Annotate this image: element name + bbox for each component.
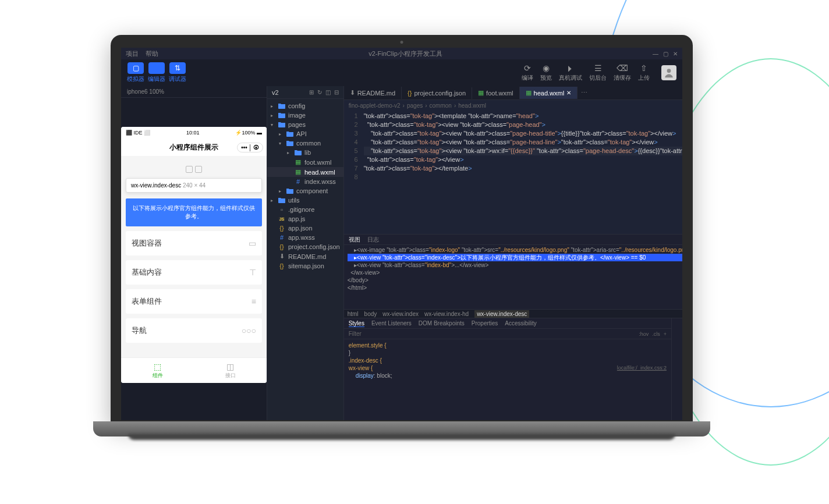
tree-node-API[interactable]: ▸ API [267, 129, 343, 139]
filter-op-2[interactable]: + [664, 331, 667, 337]
dom-crumb-0[interactable]: html [348, 311, 359, 317]
toolbar-left-btn-2[interactable]: ⇅ 调试器 [169, 62, 186, 83]
highlighted-desc[interactable]: 以下将展示小程序官方组件能力，组件样式仅供参考。 [126, 198, 262, 226]
tab-close-icon[interactable]: ✕ [566, 90, 571, 96]
toolbar-right-btn-4[interactable]: ⌫清缓存 [614, 63, 631, 82]
project-root-label[interactable]: v2 [272, 89, 279, 96]
tree-node-lib[interactable]: ▸ lib [267, 148, 343, 157]
devtools-tab-log[interactable]: 日志 [367, 236, 379, 244]
svg-point-0 [667, 69, 671, 73]
dom-line-4[interactable]: </body> [348, 276, 682, 284]
tree-node--gitignore[interactable]: ▫ .gitignore [267, 205, 343, 214]
sim-list-item-0[interactable]: 视图容器▭ [126, 231, 262, 255]
menu-project[interactable]: 项目 [126, 49, 139, 58]
editor-tab-2[interactable]: ▦ foot.wxml [472, 87, 519, 99]
dom-line-2[interactable]: ▸<wx-view "tok-attr">class="index-bd">..… [348, 261, 682, 269]
style-tab-2[interactable]: DOM Breakpoints [419, 320, 465, 326]
tree-node-README-md[interactable]: ⬇ README.md [267, 251, 343, 261]
json-icon: {} [278, 225, 286, 232]
close-icon[interactable]: ✕ [673, 51, 678, 57]
style-tab-1[interactable]: Event Listeners [371, 320, 412, 326]
ft-header-icon-1[interactable]: ↻ [317, 89, 322, 95]
sim-list-item-2[interactable]: 表单组件≡ [126, 289, 262, 314]
dom-breadcrumbs: htmlbodywx-view.indexwx-view.index-hdwx-… [344, 309, 682, 318]
tree-node-image[interactable]: ▸ image [267, 111, 343, 120]
tabbar-item-1[interactable]: ◫接口 [194, 358, 267, 383]
tree-node-index-wxss[interactable]: # index.wxss [267, 177, 343, 186]
toolbar-right-btn-1[interactable]: ◉预览 [540, 63, 552, 82]
tree-node-config[interactable]: ▸ config [267, 101, 343, 111]
ft-header-icon-3[interactable]: ⊟ [334, 89, 339, 95]
laptop-frame: 项目 帮助 v2-FinClip小程序开发工具 — ▢ ✕ ▢ 模拟器 编辑器 … [93, 35, 710, 454]
styles-filter-input[interactable]: Filter [349, 331, 362, 337]
tabbar-item-0[interactable]: ⬚组件 [121, 358, 194, 383]
dom-line-3[interactable]: </wx-view> [348, 269, 682, 276]
maximize-icon[interactable]: ▢ [663, 51, 668, 57]
styles-pane: StylesEvent ListenersDOM BreakpointsProp… [344, 318, 671, 420]
tree-node-pages[interactable]: ▾ pages [267, 120, 343, 129]
editor-column: ⬇ README.md {} project.config.json ▦ foo… [344, 86, 682, 420]
toolbar-left-btn-0[interactable]: ▢ 模拟器 [127, 62, 144, 83]
capsule-menu[interactable]: •••│⦿ [237, 143, 263, 152]
dom-crumb-1[interactable]: body [364, 311, 377, 317]
toolbar-right-btn-0[interactable]: ⟳编译 [522, 63, 533, 82]
tree-node-app-js[interactable]: JS app.js [267, 214, 343, 223]
toolbar-right-btn-3[interactable]: ☰切后台 [589, 63, 607, 82]
toolbar-left-btn-1[interactable]: 编辑器 [148, 62, 165, 83]
tabs-more-icon[interactable]: ⋯ [578, 89, 591, 97]
sim-list-item-3[interactable]: 导航○○○ [126, 318, 262, 343]
dom-line-1[interactable]: ▸<wx-view "tok-attr">class="index-desc">… [348, 254, 682, 261]
breadcrumb-3[interactable]: head.wxml [458, 102, 486, 109]
breadcrumb-1[interactable]: pages [407, 102, 423, 109]
ft-header-icon-2[interactable]: ◫ [325, 89, 331, 95]
dom-line-0[interactable]: ▸<wx-image "tok-attr">class="index-logo"… [348, 246, 682, 254]
file-icon: ▦ [526, 89, 532, 97]
editor-tab-1[interactable]: {} project.config.json [402, 87, 472, 99]
style-tab-3[interactable]: Properties [472, 320, 498, 326]
status-left: ⬛ IDE ⬜ [126, 130, 150, 136]
toolbar-right-btn-2[interactable]: ⏵真机调试 [559, 63, 582, 82]
tree-node-app-json[interactable]: {} app.json [267, 223, 343, 233]
breadcrumb-2[interactable]: common [430, 102, 452, 109]
simulator-device-label[interactable]: iphone6 100% [121, 86, 267, 98]
breadcrumb-0[interactable]: fino-applet-demo-v2 [349, 102, 401, 109]
style-tab-0[interactable]: Styles [349, 320, 364, 327]
css-rules[interactable]: element.style {}.index-desc {</span></di… [344, 339, 671, 420]
wxss-icon: # [278, 234, 286, 241]
editor-tab-3[interactable]: ▦ head.wxml✕ [520, 87, 578, 99]
tree-node-app-wxss[interactable]: # app.wxss [267, 233, 343, 242]
sim-list-item-1[interactable]: 基础内容⊤ [126, 260, 262, 285]
dom-crumb-4[interactable]: wx-view.index-desc [474, 310, 529, 318]
editor-tab-0[interactable]: ⬇ README.md [344, 87, 402, 99]
tree-node-common[interactable]: ▾ common [267, 139, 343, 148]
tree-node-project-config-json[interactable]: {} project.config.json [267, 242, 343, 251]
tree-node-component[interactable]: ▸ component [267, 186, 343, 196]
menu-help[interactable]: 帮助 [146, 49, 158, 58]
dom-crumb-3[interactable]: wx-view.index-hd [424, 311, 469, 317]
folder-icon [278, 122, 286, 127]
json-icon: {} [278, 262, 286, 269]
style-tab-4[interactable]: Accessibility [505, 320, 536, 326]
code-editor[interactable]: 12345678 "tok-attr">class="tok-tag"><tem… [344, 111, 682, 234]
dom-tree[interactable]: ▸<wx-image "tok-attr">class="index-logo"… [344, 245, 682, 309]
file-icon: {} [408, 90, 412, 97]
filter-op-0[interactable]: :hov [639, 331, 649, 337]
devtools-tab-view[interactable]: 视图 [349, 236, 360, 244]
tree-node-head-wxml[interactable]: ▦ head.wxml [267, 167, 343, 177]
minimize-icon[interactable]: — [653, 51, 658, 57]
file-icon: ⬇ [350, 89, 355, 97]
tree-node-sitemap-json[interactable]: {} sitemap.json [267, 261, 343, 271]
simulator-panel: iphone6 100% ⬛ IDE ⬜ 10:01 ⚡100% ▬ 小程序组件… [121, 86, 267, 420]
tree-node-utils[interactable]: ▸ utils [267, 196, 343, 205]
filter-op-1[interactable]: .cls [652, 331, 660, 337]
ft-header-icon-0[interactable]: ⊞ [309, 89, 314, 95]
md-icon: ⬇ [278, 253, 286, 260]
tree-node-foot-wxml[interactable]: ▦ foot.wxml [267, 157, 343, 167]
toolbar-right-btn-5[interactable]: ⇧上传 [638, 63, 650, 82]
status-battery: ⚡100% ▬ [235, 130, 262, 136]
avatar[interactable] [661, 65, 676, 80]
dom-crumb-2[interactable]: wx-view.index [382, 311, 419, 317]
app-window: 项目 帮助 v2-FinClip小程序开发工具 — ▢ ✕ ▢ 模拟器 编辑器 … [121, 48, 682, 420]
phone-title: 小程序组件展示 [169, 143, 218, 152]
dom-line-5[interactable]: </html> [348, 284, 682, 292]
